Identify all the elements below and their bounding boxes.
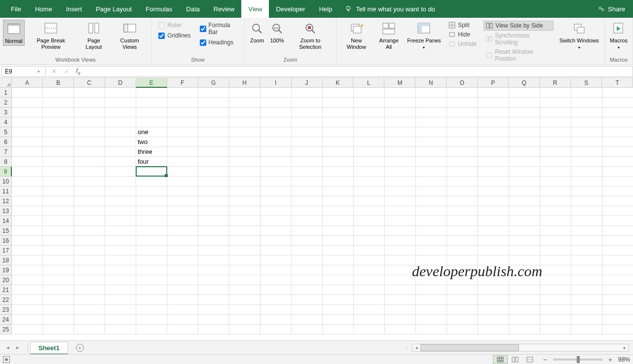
- cell[interactable]: [198, 157, 229, 167]
- cell[interactable]: [416, 265, 447, 275]
- cell[interactable]: [416, 315, 447, 325]
- cell[interactable]: [602, 305, 633, 315]
- cell[interactable]: [323, 186, 354, 196]
- cell[interactable]: [136, 98, 167, 108]
- cell[interactable]: [261, 216, 292, 226]
- cell[interactable]: [509, 117, 540, 127]
- cell[interactable]: [167, 196, 198, 206]
- cell[interactable]: [447, 315, 478, 325]
- cell[interactable]: [509, 325, 540, 334]
- cell[interactable]: [74, 147, 105, 157]
- cell[interactable]: [261, 285, 292, 295]
- cell[interactable]: [292, 265, 323, 275]
- cell[interactable]: [105, 265, 136, 275]
- select-all-corner[interactable]: [0, 78, 12, 88]
- cell[interactable]: [167, 147, 198, 157]
- cell[interactable]: [416, 108, 447, 117]
- cell[interactable]: [229, 127, 261, 137]
- cell[interactable]: [323, 157, 354, 167]
- cell[interactable]: [105, 305, 136, 315]
- cell[interactable]: [416, 167, 447, 177]
- cell[interactable]: [229, 226, 261, 236]
- cell[interactable]: [447, 236, 478, 246]
- cell[interactable]: [447, 246, 478, 255]
- cell[interactable]: [447, 295, 478, 305]
- cell[interactable]: [198, 275, 229, 285]
- cell[interactable]: [105, 186, 136, 196]
- cell[interactable]: [602, 196, 633, 206]
- cell[interactable]: [478, 108, 509, 117]
- zoom-percentage[interactable]: 98%: [618, 356, 630, 363]
- ruler-checkbox[interactable]: Ruler: [158, 22, 190, 29]
- cell[interactable]: [385, 265, 416, 275]
- column-header[interactable]: I: [261, 78, 292, 88]
- cell[interactable]: [43, 265, 74, 275]
- cell[interactable]: [385, 246, 416, 255]
- cell[interactable]: [105, 325, 136, 334]
- cell[interactable]: [385, 285, 416, 295]
- cell[interactable]: [12, 295, 43, 305]
- cell[interactable]: [74, 108, 105, 117]
- scroll-left-button[interactable]: ◂: [412, 344, 420, 351]
- row-header[interactable]: 19: [0, 265, 12, 275]
- cell[interactable]: [105, 127, 136, 137]
- zoom-selection-button[interactable]: Zoom to Selection: [288, 20, 333, 51]
- cell[interactable]: [167, 108, 198, 117]
- row-header[interactable]: 15: [0, 226, 12, 236]
- cell[interactable]: [261, 157, 292, 167]
- row-header[interactable]: 1: [0, 88, 12, 98]
- cell[interactable]: [509, 216, 540, 226]
- cell[interactable]: [229, 167, 261, 177]
- cell[interactable]: [323, 265, 354, 275]
- cell[interactable]: [478, 246, 509, 255]
- cell[interactable]: [198, 177, 229, 186]
- cell[interactable]: [43, 88, 74, 98]
- cell[interactable]: [323, 108, 354, 117]
- cell[interactable]: [105, 246, 136, 255]
- cell[interactable]: [261, 265, 292, 275]
- cell[interactable]: [229, 246, 261, 255]
- cell[interactable]: [509, 127, 540, 137]
- cell[interactable]: [323, 196, 354, 206]
- column-header[interactable]: S: [571, 78, 602, 88]
- cell[interactable]: [74, 305, 105, 315]
- cell[interactable]: [74, 177, 105, 186]
- cell[interactable]: [136, 216, 167, 226]
- cell[interactable]: [261, 275, 292, 285]
- column-header[interactable]: A: [12, 78, 43, 88]
- cell[interactable]: [136, 186, 167, 196]
- cell[interactable]: [478, 315, 509, 325]
- row-header[interactable]: 20: [0, 275, 12, 285]
- cell[interactable]: [12, 206, 43, 216]
- cell[interactable]: [478, 265, 509, 275]
- cell[interactable]: [167, 127, 198, 137]
- cell[interactable]: [43, 117, 74, 127]
- menu-review[interactable]: Review: [207, 0, 242, 18]
- cell[interactable]: [416, 255, 447, 265]
- row-header[interactable]: 10: [0, 177, 12, 186]
- cell[interactable]: [385, 127, 416, 137]
- cell[interactable]: [43, 275, 74, 285]
- row-header[interactable]: 18: [0, 255, 12, 265]
- cell[interactable]: [571, 325, 602, 334]
- cell[interactable]: [43, 285, 74, 295]
- cell[interactable]: [12, 285, 43, 295]
- cell[interactable]: [602, 226, 633, 236]
- cell[interactable]: [198, 137, 229, 147]
- cell[interactable]: [323, 285, 354, 295]
- column-header[interactable]: R: [540, 78, 571, 88]
- cell[interactable]: [74, 226, 105, 236]
- cell[interactable]: [416, 88, 447, 98]
- cell[interactable]: [416, 196, 447, 206]
- headings-checkbox[interactable]: Headings: [200, 39, 237, 46]
- cell[interactable]: [571, 226, 602, 236]
- cell[interactable]: [509, 285, 540, 295]
- cell[interactable]: [447, 255, 478, 265]
- row-header[interactable]: 4: [0, 117, 12, 127]
- cell[interactable]: [167, 226, 198, 236]
- freeze-panes-button[interactable]: Freeze Panes ▾: [405, 20, 444, 51]
- cell[interactable]: [323, 305, 354, 315]
- cell[interactable]: [385, 236, 416, 246]
- cell[interactable]: [323, 117, 354, 127]
- cell[interactable]: [292, 157, 323, 167]
